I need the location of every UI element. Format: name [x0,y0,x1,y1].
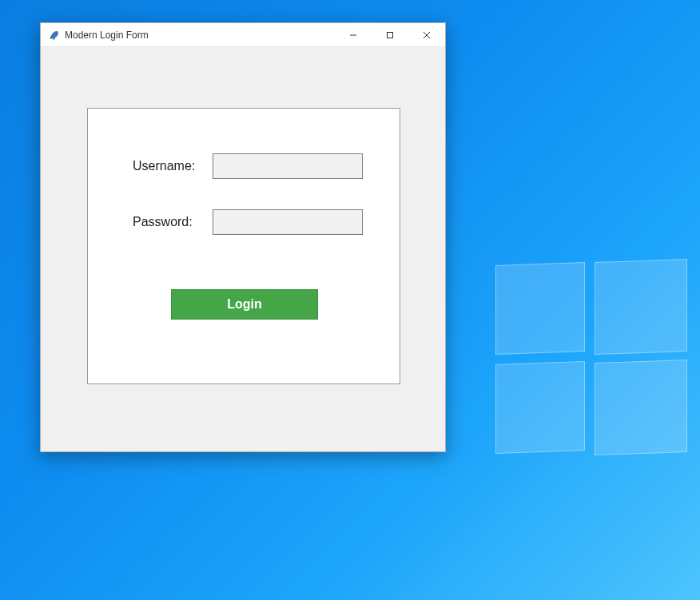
login-button[interactable]: Login [171,289,318,320]
window-client-area: Username: Password: Login [41,47,445,451]
app-feather-icon [47,29,60,42]
password-row: Password: [133,209,363,235]
window-title: Modern Login Form [65,30,149,41]
username-row: Username: [133,153,363,179]
desktop-wallpaper: Modern Login Form Username: Password: [0,0,700,600]
password-input[interactable] [213,209,363,235]
app-window: Modern Login Form Username: Password: [40,22,446,452]
username-label: Username: [133,159,213,173]
windows-logo-icon [495,264,687,455]
minimize-button[interactable] [335,23,372,47]
svg-rect-1 [388,32,393,38]
close-button[interactable] [408,23,445,47]
username-input[interactable] [213,153,363,179]
maximize-button[interactable] [372,23,408,47]
login-form-card: Username: Password: Login [87,108,400,384]
window-titlebar[interactable]: Modern Login Form [41,23,445,47]
password-label: Password: [133,215,213,229]
